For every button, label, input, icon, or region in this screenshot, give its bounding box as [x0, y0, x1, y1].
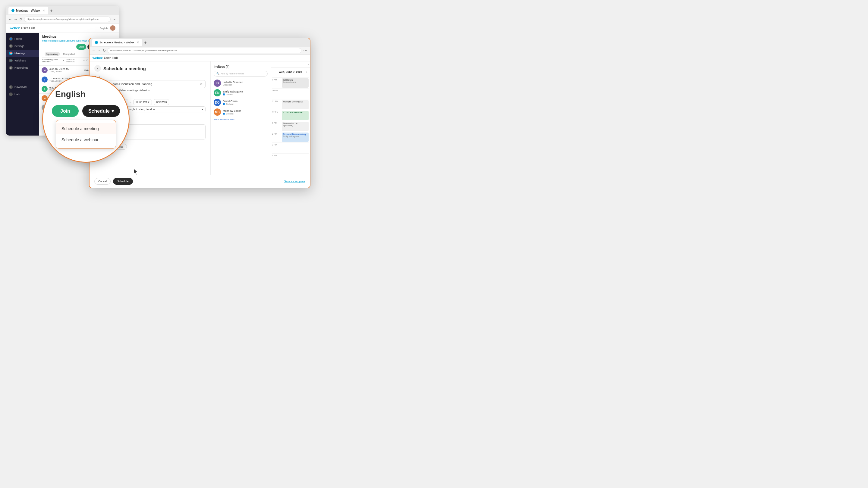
- end-time-input[interactable]: 12:30 PM▾: [133, 99, 152, 105]
- refresh-nav-btn-fg[interactable]: ↻: [103, 48, 106, 53]
- schedule-title-row: ‹ Schedule a meeting: [94, 65, 206, 72]
- back-nav-btn-fg[interactable]: ←: [92, 48, 96, 53]
- remove-all-invitees-link[interactable]: Remove all invitees: [214, 118, 268, 121]
- cal-time-10am: 10 AM: [272, 89, 281, 98]
- show-earlier-checkbox[interactable]: ☐: [87, 59, 88, 62]
- tab-close-fg[interactable]: ✕: [137, 41, 139, 44]
- cal-next-btn[interactable]: ›: [307, 70, 307, 73]
- zoom-circle-content: English Join Schedule ▾ Schedule a meeti…: [43, 76, 129, 162]
- meeting-avatar-0: M: [41, 67, 48, 73]
- date-range-filter[interactable]: 5/22/2022 - 6/22/2022: [66, 59, 82, 63]
- gear-icon: ⚙: [9, 44, 13, 48]
- invitee-name-2: David Owen: [223, 100, 268, 103]
- webex-logo-bg: webex: [10, 26, 20, 30]
- save-as-template-link[interactable]: Save as template: [284, 180, 305, 183]
- filter-dropdown[interactable]: All meetings and webinars: [42, 59, 61, 63]
- invitee-name-0: Isabelle Brennan: [223, 81, 268, 84]
- user-hub-label-fg: User Hub: [104, 56, 118, 60]
- sidebar-item-meetings[interactable]: 📅 Meetings: [6, 50, 39, 57]
- chevron-tz-icon: ▾: [202, 108, 203, 111]
- cal-hour-2pm: 2 PM Rebrand Brainstoming Emily Nakagawa: [272, 132, 309, 142]
- cal-event-allhands-title: All Hands: [283, 79, 307, 81]
- forward-nav-btn-fg[interactable]: →: [97, 48, 101, 53]
- video-icon: 📹: [9, 59, 13, 62]
- cal-time-9am: 9 AM: [272, 78, 281, 88]
- chevron-template-icon: ▾: [148, 89, 150, 92]
- sidebar-download-label: Download: [14, 86, 27, 89]
- new-tab-button-bg[interactable]: +: [50, 8, 53, 13]
- cal-hour-3pm: 3 PM: [272, 142, 309, 153]
- forward-nav-btn[interactable]: →: [14, 17, 18, 22]
- chevron-filter-icon: ▾: [63, 59, 64, 62]
- cohost-icon-2: 👥: [223, 103, 225, 105]
- cal-event-available: ✓ You are available: [282, 111, 309, 120]
- tab-bar-fg: Schedule a Meeting - Webex ✕ +: [90, 38, 310, 47]
- sidebar-help-label: Help: [14, 93, 20, 96]
- cal-event-multiple-title: Multiple Meetings(2): [283, 101, 307, 103]
- nav-menu-dots-bg[interactable]: ⋯: [113, 17, 117, 22]
- cal-hour-12pm: 12 PM ✓ You are available: [272, 110, 309, 121]
- url-text-fg: https://example.webex.com/webappng/sites…: [110, 50, 178, 52]
- sidebar-webinars-label: Webinars: [14, 59, 26, 62]
- sidebar-item-help[interactable]: ? Help: [6, 91, 39, 98]
- refresh-nav-btn[interactable]: ↻: [19, 17, 22, 22]
- schedule-footer: Cancel Schedule Save as template: [90, 175, 310, 188]
- sidebar-item-webinars[interactable]: 📹 Webinars: [6, 57, 39, 64]
- sidebar-item-settings[interactable]: ⚙ Settings: [6, 42, 39, 50]
- cancel-button[interactable]: Cancel: [94, 178, 111, 185]
- schedule-webinar-menu-item[interactable]: Schedule a webinar: [56, 134, 116, 145]
- tab-bar-bg: Meetings - Webex ✕ +: [6, 6, 119, 15]
- invitees-search[interactable]: 🔍 Add by name or email: [214, 71, 268, 76]
- nav-menu-dots-fg[interactable]: ⋯: [303, 48, 307, 53]
- zoom-schedule-button[interactable]: Schedule ▾: [82, 105, 120, 117]
- topic-label: Topic: [94, 76, 206, 79]
- meetings-tab[interactable]: Meetings - Webex ✕: [8, 7, 48, 14]
- invitee-cohost-3: 👥 Co-host: [223, 112, 268, 115]
- cal-event-allhands: All Hands Austen Jones: [282, 78, 309, 88]
- calendar-forward-icon[interactable]: ›: [308, 63, 309, 66]
- invitee-avatar-3: MB: [214, 108, 221, 116]
- url-bar-bg[interactable]: https://example.webex.com/webappng/sites…: [24, 17, 111, 22]
- cal-prev-btn[interactable]: ‹: [273, 70, 274, 73]
- cal-event-rebrand: Rebrand Brainstoming Emily Nakagawa: [282, 133, 309, 142]
- sidebar-item-recordings[interactable]: ⏺ Recordings: [6, 64, 39, 71]
- cal-time-4pm: 4 PM: [272, 154, 281, 164]
- zoom-circle-overlay: English Join Schedule ▾ Schedule a meeti…: [42, 75, 130, 163]
- tab-close-bg[interactable]: ✕: [43, 9, 45, 12]
- back-to-meetings-button[interactable]: ‹: [94, 65, 101, 72]
- invitee-item-0: IB Isabelle Brennan Organizer: [214, 79, 268, 87]
- end-date-input[interactable]: 06/07/23: [154, 99, 169, 105]
- cal-time-3pm: 3 PM: [272, 143, 281, 153]
- back-nav-btn[interactable]: ←: [8, 17, 12, 22]
- clear-topic-icon[interactable]: ✕: [200, 82, 203, 86]
- filter-completed[interactable]: Completed: [61, 52, 76, 56]
- invitee-name-1: Emily Nakagawa: [223, 90, 268, 93]
- invitees-search-placeholder: Add by name or email: [221, 72, 244, 75]
- user-avatar-bg[interactable]: [110, 25, 116, 31]
- language-label-bg: English: [100, 27, 107, 30]
- cal-hour-11am: 11 AM Multiple Meetings(2): [272, 99, 309, 110]
- url-text-bg: https://example.webex.com/webappng/sites…: [27, 18, 99, 21]
- meeting-avatar-2: S: [41, 86, 48, 92]
- start-button-bg[interactable]: Start: [76, 44, 86, 50]
- schedule-submit-button[interactable]: Schedule: [113, 178, 133, 185]
- cal-time-11am: 11 AM: [272, 100, 281, 109]
- invitee-item-3: MB Matthew Baker 👥 Co-host: [214, 108, 268, 116]
- sidebar-settings-label: Settings: [14, 44, 24, 47]
- url-bar-fg[interactable]: https://example.webex.com/webappng/sites…: [107, 48, 301, 53]
- invitee-name-3: Matthew Baker: [223, 109, 268, 112]
- webex-tab-icon-fg: [95, 41, 98, 44]
- zoom-join-button[interactable]: Join: [52, 105, 79, 117]
- new-tab-button-fg[interactable]: +: [144, 40, 147, 45]
- sidebar-item-download[interactable]: ⬇ Download: [6, 84, 39, 91]
- filter-upcoming[interactable]: Upcoming: [44, 52, 60, 56]
- cal-event-rebrand-title: Rebrand Brainstoming: [283, 133, 307, 135]
- sidebar-item-profile[interactable]: 👤 Profile: [6, 35, 39, 42]
- invitees-title: Invitees (4): [214, 65, 268, 68]
- chevron-down-zoom-icon: ▾: [112, 108, 114, 114]
- record-icon: ⏺: [9, 66, 13, 70]
- meeting-time-0: 6:00 AM - 9:20 AM: [50, 68, 82, 70]
- schedule-tab[interactable]: Schedule a Meeting - Webex ✕: [92, 39, 142, 46]
- schedule-meeting-menu-item[interactable]: Schedule a meeting: [56, 123, 116, 134]
- user-hub-label-bg: User Hub: [21, 26, 35, 30]
